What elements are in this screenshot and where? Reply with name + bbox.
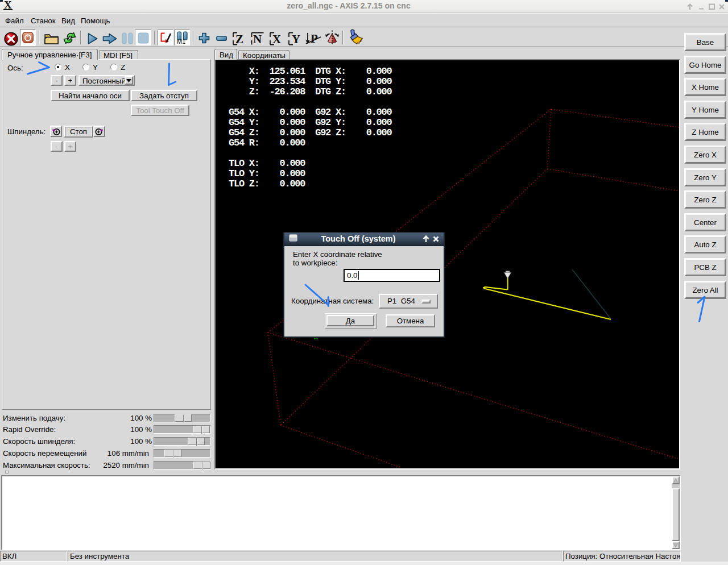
svg-text:X: X [272,32,281,45]
svg-text:Z: Z [235,32,243,45]
svg-text:Y: Y [292,32,300,45]
svg-text:P: P [311,32,318,45]
svg-text:M1: M1 [177,38,185,44]
svg-text:N: N [253,32,262,45]
